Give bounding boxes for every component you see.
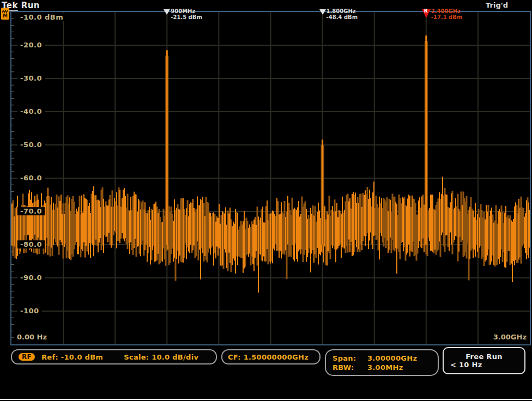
- screen-bottom-edge: [0, 399, 532, 400]
- rbw-value: 3.00MHz: [367, 363, 403, 372]
- spectrum-graticule: -10.0 dBm -20.0-30.0-40.0-50.0-60.0-70.0…: [10, 11, 531, 345]
- rf-ref-scale-readout[interactable]: RF Ref: -10.0 dBm Scale: 10.0 dB/div: [11, 349, 217, 364]
- x-axis-start-label: 0.00 Hz: [15, 333, 49, 341]
- rf-badge: RF: [19, 353, 35, 361]
- y-axis-label: -100: [17, 307, 42, 315]
- y-axis-label: -50.0: [17, 141, 45, 149]
- y-axis-label: -40.0: [17, 107, 45, 116]
- center-frequency-readout[interactable]: CF: 1.50000000GHz: [221, 349, 321, 364]
- math-badge-label: M: [3, 14, 8, 19]
- marker-readout: 1.800GHz-48.4 dBm: [327, 8, 358, 20]
- span-label: Span:: [332, 354, 367, 362]
- marker-readout: 2.400GHz-17.1 dBm: [431, 8, 463, 20]
- cf-value: CF: 1.50000000GHz: [228, 353, 309, 361]
- span-rbw-readout[interactable]: Span:3.00000GHz RBW:3.00MHz: [325, 349, 439, 376]
- y-axis-label: -80.0: [17, 240, 45, 248]
- y-axis-label: -30.0: [17, 74, 45, 82]
- scale-readout: Scale: 10.0 dB/div: [124, 353, 198, 361]
- y-axis-label: -60.0: [17, 174, 45, 182]
- marker-triangle-icon: [319, 9, 326, 15]
- span-row: Span:3.00000GHz: [332, 354, 431, 362]
- ref-level-label: -10.0 dBm: [17, 13, 66, 21]
- ref-level-readout: Ref: -10.0 dBm: [41, 353, 103, 361]
- trigger-mode: Free Run: [444, 353, 524, 361]
- trigger-status: Trig'd: [486, 1, 508, 9]
- marker-r-label: R: [424, 9, 428, 14]
- oscilloscope-screen: Tek Run Trig'd M -10.0 dBm -20.0-30.0-40…: [0, 0, 532, 401]
- span-value: 3.00000GHz: [367, 354, 417, 362]
- y-axis-label: -20.0: [17, 41, 45, 49]
- peak-marker: 900MHz-21.5 dBm: [167, 9, 170, 15]
- rbw-label: RBW:: [332, 363, 367, 372]
- trigger-rate: < 10 Hz: [444, 361, 524, 369]
- marker-triangle-icon: [164, 9, 170, 15]
- y-axis-label: -70.0: [17, 207, 45, 215]
- reference-marker: R2.400GHz-17.1 dBm: [426, 9, 431, 18]
- rbw-row: RBW:3.00MHz: [332, 363, 431, 372]
- trigger-mode-readout[interactable]: Free Run < 10 Hz: [443, 347, 525, 374]
- marker-readout: 900MHz-21.5 dBm: [171, 8, 202, 20]
- spectrum-plot: [11, 12, 530, 344]
- rf-channel-badge[interactable]: M: [1, 8, 9, 20]
- peak-marker: 1.800GHz-48.4 dBm: [323, 9, 326, 15]
- y-axis-label: -90.0: [17, 274, 45, 282]
- acquisition-status: Run: [21, 1, 40, 10]
- x-axis-end-label: 3.00GHz: [491, 333, 529, 341]
